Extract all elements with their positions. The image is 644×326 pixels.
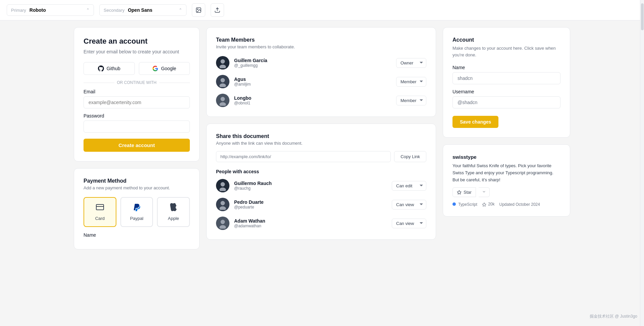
divider-text: OR CONTINUE WITH — [84, 80, 190, 85]
secondary-font-label: Secondary — [104, 8, 124, 13]
star-small-icon — [482, 202, 486, 207]
member-role-select[interactable]: Owner Member Viewer — [396, 77, 426, 87]
member-row: Longbo @obnol1 Owner Member Viewer — [216, 94, 426, 107]
paypal-icon — [133, 203, 141, 213]
account-title: Account — [452, 37, 560, 43]
card-name-row: Name — [84, 232, 190, 238]
avatar — [216, 56, 229, 69]
payment-subtitle: Add a new payment method to your account… — [84, 185, 190, 190]
access-select[interactable]: Can edit Can view No access — [392, 200, 426, 209]
language-label: TypeScript — [458, 202, 477, 207]
repo-meta: TypeScript 20k Updated October 2024 — [452, 202, 560, 206]
team-members-card: Team Members Invite your team members to… — [206, 27, 436, 117]
name-label: Name — [452, 65, 560, 70]
username-label: Username — [452, 89, 560, 94]
scrollbar[interactable] — [640, 0, 644, 326]
share-document-card: Share this document Anyone with the link… — [206, 124, 436, 240]
member-row: Agus @amiljim Owner Member Viewer — [216, 75, 426, 88]
star-icon — [457, 190, 462, 195]
member-info: Adam Wathan @adamwathan — [234, 218, 387, 228]
share-subtitle: Anyone with the link can view this docum… — [216, 141, 426, 146]
svg-point-7 — [221, 78, 225, 83]
svg-point-14 — [219, 206, 226, 210]
copy-link-button[interactable]: Copy Link — [394, 151, 426, 162]
access-select[interactable]: Can edit Can view No access — [392, 219, 426, 228]
member-role-select[interactable]: Owner Member Viewer — [396, 96, 426, 105]
people-with-access-label: People with access — [216, 169, 426, 174]
primary-font-label: Primary — [11, 8, 26, 13]
member-handle: @rauchg — [234, 186, 387, 191]
member-row: Guillem García @_guillemgg Owner Member … — [216, 56, 426, 69]
member-handle: @amiljim — [234, 82, 391, 87]
create-account-title: Create an account — [84, 37, 190, 46]
payment-option-paypal[interactable]: Paypal — [120, 197, 153, 227]
payment-option-card[interactable]: Card — [84, 197, 116, 227]
password-input[interactable] — [84, 121, 190, 133]
avatar — [216, 179, 229, 192]
account-subtitle: Make changes to your account here. Click… — [452, 45, 560, 58]
svg-point-8 — [219, 84, 226, 87]
google-button[interactable]: Google — [139, 62, 190, 75]
apple-label: Apple — [168, 216, 179, 221]
chevron-down-icon — [482, 190, 486, 194]
account-username-input[interactable] — [452, 96, 560, 108]
account-name-input[interactable] — [452, 72, 560, 84]
svg-point-9 — [221, 97, 225, 101]
team-subtitle: Invite your team members to collaborate. — [216, 44, 426, 49]
avatar — [216, 217, 229, 230]
right-column: Account Make changes to your account her… — [443, 27, 570, 249]
swisstype-card: swisstype Your faithful Swiss Knife of t… — [443, 144, 570, 217]
svg-point-6 — [219, 65, 226, 68]
member-handle: @obnol1 — [234, 101, 391, 105]
github-button[interactable]: Github — [84, 62, 135, 75]
member-name: Guillem García — [234, 58, 391, 63]
toolbar: Primary Roboto ⌃ Secondary Open Sans ⌃ — [0, 0, 644, 20]
secondary-font-selector[interactable]: Secondary Open Sans ⌃ — [99, 4, 186, 16]
create-account-subtitle: Enter your email below to create your ac… — [84, 48, 190, 55]
avatar — [216, 94, 229, 107]
oauth-buttons: Github Google — [84, 62, 190, 75]
image-icon-button[interactable] — [192, 3, 205, 17]
google-icon — [152, 65, 158, 72]
star-count-button[interactable] — [479, 187, 490, 197]
primary-font-chevron-icon: ⌃ — [86, 8, 90, 12]
member-handle: @_guillemgg — [234, 63, 391, 68]
repo-name: swisstype — [452, 154, 560, 160]
svg-point-13 — [221, 201, 225, 205]
star-button[interactable]: Star — [452, 187, 476, 197]
share-title: Share this document — [216, 133, 426, 139]
svg-point-15 — [221, 220, 225, 224]
access-select[interactable]: Can edit Can view No access — [392, 181, 426, 191]
access-row: Guillermo Rauch @rauchg Can edit Can vie… — [216, 179, 426, 192]
avatar — [216, 75, 229, 88]
export-icon — [214, 7, 220, 13]
primary-font-selector[interactable]: Primary Roboto ⌃ — [7, 4, 94, 16]
payment-option-apple[interactable]: Apple — [157, 197, 190, 227]
member-role-select[interactable]: Owner Member Viewer — [396, 58, 426, 68]
language-indicator: TypeScript — [452, 202, 477, 207]
secondary-font-chevron-icon: ⌃ — [179, 8, 182, 12]
left-column: Create an account Enter your email below… — [74, 27, 200, 249]
access-row: Adam Wathan @adamwathan Can edit Can vie… — [216, 217, 426, 230]
language-dot — [452, 202, 456, 206]
member-name: Agus — [234, 77, 391, 82]
share-link-input[interactable] — [216, 151, 391, 162]
save-changes-button[interactable]: Save changes — [452, 116, 498, 128]
member-name: Adam Wathan — [234, 218, 387, 224]
create-account-button[interactable]: Create account — [84, 139, 190, 152]
svg-point-12 — [219, 188, 226, 191]
avatar — [216, 198, 229, 211]
svg-point-16 — [219, 225, 226, 229]
email-input[interactable] — [84, 96, 190, 108]
team-title: Team Members — [216, 37, 426, 43]
github-icon — [98, 65, 104, 72]
member-name: Longbo — [234, 95, 391, 101]
svg-rect-3 — [96, 204, 104, 210]
star-label: Star — [464, 190, 472, 195]
star-row: Star — [452, 187, 560, 197]
svg-point-5 — [221, 59, 225, 64]
image-icon — [196, 7, 202, 13]
export-icon-button[interactable] — [211, 3, 224, 17]
member-handle: @peduarte — [234, 205, 387, 209]
scrollbar-thumb[interactable] — [641, 3, 644, 30]
